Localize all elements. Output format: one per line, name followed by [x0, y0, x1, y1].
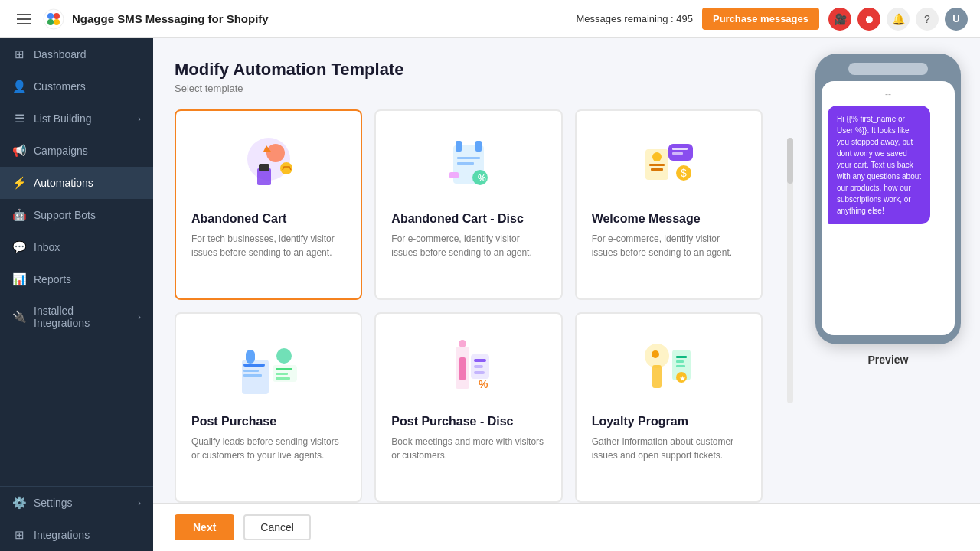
phone-notch [848, 63, 928, 75]
integrations-arrow-icon: › [138, 312, 141, 321]
sidebar-item-reports[interactable]: 📊 Reports [0, 263, 153, 295]
page-subtitle: Select template [175, 83, 763, 94]
svg-rect-24 [672, 152, 683, 155]
post-purchase-disc-title: Post Purchase - Disc [391, 415, 513, 429]
sidebar-label-customers: Customers [34, 80, 141, 93]
preview-label: Preview [868, 354, 909, 366]
post-purchase-desc: Qualify leads before sending visitors or… [191, 435, 345, 462]
phone-dots: -- [828, 89, 949, 99]
svg-point-4 [47, 19, 54, 25]
installed-integrations-icon: 🔌 [12, 310, 26, 324]
sidebar: ⊞ Dashboard 👤 Customers ☰ List Building … [0, 38, 153, 551]
welcome-message-title: Welcome Message [592, 212, 701, 226]
purchase-messages-button[interactable]: Purchase messages [702, 8, 819, 30]
svg-rect-46 [652, 365, 662, 388]
svg-rect-34 [276, 373, 288, 375]
welcome-message-desc: For e-commerce, identify visitor issues … [592, 232, 746, 259]
cancel-button[interactable]: Cancel [243, 514, 311, 540]
sidebar-label-list-building: List Building [34, 112, 130, 125]
record-icon-button[interactable]: ⏺ [858, 8, 880, 31]
post-purchase-disc-image: % [391, 329, 545, 406]
template-card-post-purchase[interactable]: Post Purchase Qualify leads before sendi… [175, 312, 362, 503]
svg-rect-7 [259, 164, 270, 171]
dashboard-icon: ⊞ [12, 47, 26, 61]
svg-rect-20 [649, 164, 665, 166]
abandoned-cart-disc-image: % [391, 126, 545, 203]
abandoned-cart-image [191, 126, 345, 203]
template-card-loyalty-program[interactable]: ★ Loyalty Program Gather information abo… [575, 312, 763, 503]
next-button[interactable]: Next [175, 514, 234, 540]
abandoned-cart-disc-desc: For e-commerce, identify visitor issues … [391, 232, 545, 259]
notification-icon-button[interactable]: 🔔 [887, 8, 910, 31]
sidebar-item-customers[interactable]: 👤 Customers [0, 70, 153, 103]
scroll-track[interactable] [787, 138, 793, 403]
app-header: Ngagge SMS Messaging for Shopify Message… [0, 0, 980, 38]
template-card-post-purchase-disc[interactable]: % Post Purchase - Disc Book meetings and… [374, 312, 562, 503]
svg-point-2 [54, 13, 60, 19]
svg-point-38 [459, 340, 466, 347]
svg-rect-17 [449, 172, 459, 178]
svg-rect-21 [651, 168, 663, 171]
camera-icon-button[interactable]: 🎥 [828, 8, 851, 31]
post-purchase-disc-desc: Book meetings and more with visitors or … [391, 435, 545, 462]
campaigns-icon: 📢 [12, 144, 26, 158]
bottom-bar: Next Cancel [153, 503, 980, 551]
app-title: Ngagge SMS Messaging for Shopify [72, 12, 269, 25]
loyalty-program-title: Loyalty Program [592, 415, 688, 429]
sidebar-label-settings: Settings [34, 497, 130, 509]
sidebar-item-installed-integrations[interactable]: 🔌 Installed Integrations › [0, 295, 153, 338]
welcome-message-image: $ [592, 126, 746, 203]
list-building-arrow-icon: › [138, 114, 141, 123]
automations-icon: ⚡ [12, 176, 26, 190]
abandoned-cart-disc-title: Abandoned Cart - Disc [391, 212, 523, 226]
sidebar-label-inbox: Inbox [34, 241, 141, 253]
svg-rect-43 [474, 371, 485, 374]
sidebar-label-dashboard: Dashboard [34, 48, 141, 60]
svg-rect-51 [676, 365, 685, 367]
svg-text:$: $ [681, 167, 687, 179]
svg-text:%: % [479, 378, 488, 390]
sidebar-label-reports: Reports [34, 273, 141, 285]
post-purchase-title: Post Purchase [191, 415, 276, 429]
svg-rect-29 [243, 364, 265, 367]
template-grid: Abandoned Cart For tech businesses, iden… [175, 109, 763, 503]
svg-rect-30 [243, 370, 259, 372]
sidebar-item-inbox[interactable]: 💬 Inbox [0, 231, 153, 263]
sidebar-label-installed-integrations: Installed Integrations [34, 305, 130, 329]
sidebar-item-settings[interactable]: ⚙️ Settings › [0, 487, 153, 519]
scroll-thumb [787, 138, 793, 184]
hamburger-menu[interactable] [12, 8, 35, 31]
sidebar-item-support-bots[interactable]: 🤖 Support Bots [0, 199, 153, 231]
svg-rect-31 [243, 374, 262, 377]
customers-icon: 👤 [12, 80, 26, 93]
svg-rect-14 [457, 162, 474, 165]
phone-screen: -- Hi {{% first_name or User %}}. It loo… [822, 81, 955, 335]
svg-rect-50 [676, 360, 684, 363]
preview-section: -- Hi {{% first_name or User %}}. It loo… [796, 38, 980, 503]
support-bots-icon: 🤖 [12, 208, 26, 222]
svg-rect-23 [672, 148, 688, 150]
template-card-abandoned-cart-disc[interactable]: % Abandoned Cart - Disc For e-commerce, … [374, 109, 562, 300]
sidebar-item-list-building[interactable]: ☰ List Building › [0, 103, 153, 135]
sidebar-item-dashboard[interactable]: ⊞ Dashboard [0, 38, 153, 70]
settings-icon: ⚙️ [12, 496, 26, 510]
svg-text:★: ★ [679, 374, 686, 383]
template-card-welcome-message[interactable]: $ Welcome Message For e-commerce, identi… [575, 109, 763, 300]
hamburger-icon [17, 14, 31, 24]
template-card-abandoned-cart[interactable]: Abandoned Cart For tech businesses, iden… [175, 109, 362, 300]
page-title: Modify Automation Template [175, 60, 763, 80]
help-icon-button[interactable]: ? [916, 8, 939, 31]
list-building-icon: ☰ [12, 112, 26, 126]
svg-point-8 [266, 144, 285, 162]
sidebar-label-support-bots: Support Bots [34, 209, 141, 221]
sidebar-item-integrations[interactable]: ⊞ Integrations [0, 519, 153, 551]
sidebar-item-campaigns[interactable]: 📢 Campaigns [0, 135, 153, 167]
svg-point-0 [44, 9, 64, 29]
sidebar-label-campaigns: Campaigns [34, 145, 141, 157]
settings-arrow-icon: › [138, 498, 141, 507]
sidebar-item-automations[interactable]: ⚡ Automations [0, 167, 153, 199]
user-avatar[interactable]: U [945, 8, 968, 31]
svg-rect-35 [276, 377, 290, 380]
abandoned-cart-title: Abandoned Cart [191, 212, 286, 226]
template-section: Modify Automation Template Select templa… [153, 38, 784, 503]
